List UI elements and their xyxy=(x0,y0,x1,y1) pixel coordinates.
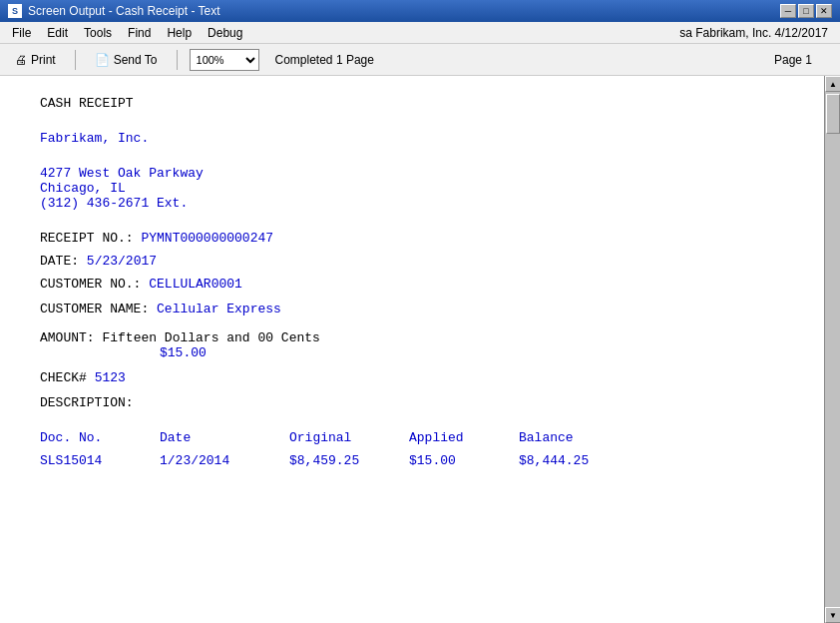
customer-no-label: CUSTOMER NO.: xyxy=(40,277,141,292)
receipt-no-label: RECEIPT NO.: xyxy=(40,231,134,246)
title-bar: S Screen Output - Cash Receipt - Text ─ … xyxy=(0,0,840,22)
menu-bar: File Edit Tools Find Help Debug sa Fabri… xyxy=(0,22,840,44)
amount-words: Fifteen Dollars and 00 Cents xyxy=(102,330,319,345)
zoom-select[interactable]: 50%75%100%125%150%200% xyxy=(190,49,259,71)
toolbar-separator-2 xyxy=(177,50,178,70)
menu-debug[interactable]: Debug xyxy=(200,24,250,42)
col-header-date: Date xyxy=(160,430,289,445)
amount-label: AMOUNT: xyxy=(40,330,95,345)
menu-file[interactable]: File xyxy=(4,24,39,42)
close-button[interactable]: ✕ xyxy=(816,4,832,18)
print-icon: 🖨 xyxy=(15,53,27,67)
menu-tools[interactable]: Tools xyxy=(76,24,120,42)
receipt-title: CASH RECEIPT xyxy=(40,96,784,111)
customer-name-label: CUSTOMER NAME: xyxy=(40,302,149,316)
window-controls[interactable]: ─ □ ✕ xyxy=(780,4,832,18)
col-header-applied: Applied xyxy=(409,430,519,445)
menu-edit[interactable]: Edit xyxy=(39,24,76,42)
phone: (312) 436-2671 Ext. xyxy=(40,196,784,211)
check-label: CHECK# xyxy=(40,370,87,385)
check-value: 5123 xyxy=(95,370,126,385)
company-info: Fabrikam, Inc. xyxy=(40,131,784,146)
customer-name-row: CUSTOMER NAME: Cellular Express xyxy=(40,302,784,316)
toolbar-separator-1 xyxy=(75,50,76,70)
receipt-no-value: PYMNT000000000247 xyxy=(141,231,273,246)
print-label: Print xyxy=(31,53,56,67)
table-row: SLS15014 1/23/2014 $8,459.25 $15.00 $8,4… xyxy=(40,453,784,468)
col-header-original: Original xyxy=(289,430,409,445)
address-line2: Chicago, IL xyxy=(40,181,784,196)
description-row: DESCRIPTION: xyxy=(40,395,784,410)
cell-original-0: $8,459.25 xyxy=(289,453,409,468)
amount-section: AMOUNT: Fifteen Dollars and 00 Cents $15… xyxy=(40,330,784,360)
date-row: DATE: 5/23/2017 xyxy=(40,254,784,269)
col-header-docno: Doc. No. xyxy=(40,430,160,445)
date-label: DATE: xyxy=(40,254,79,269)
cell-docno-0: SLS15014 xyxy=(40,453,160,468)
send-to-label: Send To xyxy=(114,53,158,67)
company-address: 4277 West Oak Parkway Chicago, IL (312) … xyxy=(40,166,784,211)
menu-help[interactable]: Help xyxy=(159,24,200,42)
status-label: Completed 1 Page xyxy=(267,53,766,67)
menu-find[interactable]: Find xyxy=(120,24,159,42)
scroll-up-button[interactable]: ▲ xyxy=(825,76,840,92)
address-line1: 4277 West Oak Parkway xyxy=(40,166,784,181)
table-section: Doc. No. Date Original Applied Balance S… xyxy=(40,430,784,468)
scroll-track[interactable] xyxy=(825,92,840,607)
amount-numeric: $15.00 xyxy=(160,345,207,360)
content-wrapper: CASH RECEIPT Fabrikam, Inc. 4277 West Oa… xyxy=(0,76,840,623)
scrollbar[interactable]: ▲ ▼ xyxy=(824,76,840,623)
check-row: CHECK# 5123 xyxy=(40,370,784,385)
col-header-balance: Balance xyxy=(519,430,638,445)
date-value: 5/23/2017 xyxy=(87,254,157,269)
cell-balance-0: $8,444.25 xyxy=(519,453,638,468)
window-title: Screen Output - Cash Receipt - Text xyxy=(28,4,220,18)
menu-right-info: sa Fabrikam, Inc. 4/12/2017 xyxy=(679,26,836,40)
scroll-thumb[interactable] xyxy=(826,94,840,134)
scroll-down-button[interactable]: ▼ xyxy=(825,607,840,623)
content-area[interactable]: CASH RECEIPT Fabrikam, Inc. 4277 West Oa… xyxy=(0,76,824,623)
send-to-icon: 📄 xyxy=(95,53,110,67)
receipt-no-row: RECEIPT NO.: PYMNT000000000247 xyxy=(40,231,784,246)
company-name: Fabrikam, Inc. xyxy=(40,131,784,146)
table-header: Doc. No. Date Original Applied Balance xyxy=(40,430,784,445)
menu-items: File Edit Tools Find Help Debug xyxy=(4,24,250,42)
description-label: DESCRIPTION: xyxy=(40,395,134,410)
app-icon: S xyxy=(8,4,22,18)
customer-no-value: CELLULAR0001 xyxy=(149,277,242,292)
cell-applied-0: $15.00 xyxy=(409,453,519,468)
print-button[interactable]: 🖨 Print xyxy=(8,50,63,70)
cell-date-0: 1/23/2014 xyxy=(160,453,289,468)
toolbar: 🖨 Print 📄 Send To 50%75%100%125%150%200%… xyxy=(0,44,840,76)
page-label: Page 1 xyxy=(774,53,812,67)
send-to-button[interactable]: 📄 Send To xyxy=(88,50,165,70)
customer-name-value: Cellular Express xyxy=(157,302,281,316)
maximize-button[interactable]: □ xyxy=(798,4,814,18)
minimize-button[interactable]: ─ xyxy=(780,4,796,18)
customer-no-row: CUSTOMER NO.: CELLULAR0001 xyxy=(40,277,784,292)
